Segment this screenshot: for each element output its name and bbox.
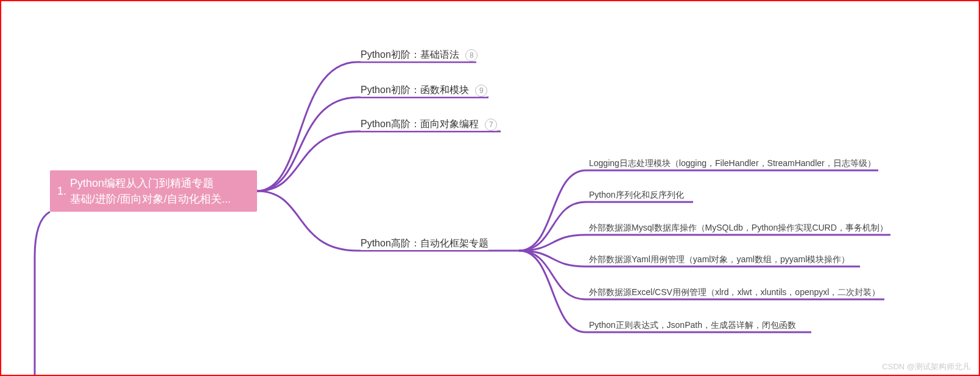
leaf-excel-csv[interactable]: 外部数据源Excel/CSV用例管理（xlrd，xlwt，xluntils，op…	[589, 287, 880, 298]
branch-label: Python高阶：自动化框架专题	[361, 238, 488, 248]
count-badge: 9	[475, 85, 487, 97]
branch-functions-modules[interactable]: Python初阶：函数和模块 9	[361, 84, 487, 97]
count-badge: 8	[465, 49, 478, 61]
root-line1: Python编程从入门到精通专题	[70, 177, 214, 189]
count-badge: 7	[485, 119, 497, 131]
leaf-yaml[interactable]: 外部数据源Yaml用例管理（yaml对象，yaml数组，pyyaml模块操作）	[589, 254, 850, 265]
root-line2: 基础/进阶/面向对象/自动化相关...	[70, 193, 231, 205]
branch-label: Python初阶：基础语法	[361, 49, 459, 60]
leaf-logging[interactable]: Logging日志处理模块（logging，FileHandler，Stream…	[589, 158, 876, 169]
watermark: CSDN @测试架构师北凡	[882, 361, 970, 372]
branch-basic-syntax[interactable]: Python初阶：基础语法 8	[361, 49, 478, 61]
leaf-serialization[interactable]: Python序列化和反序列化	[589, 190, 684, 201]
branch-automation[interactable]: Python高阶：自动化框架专题	[361, 237, 488, 250]
branch-label: Python高阶：面向对象编程	[361, 119, 479, 129]
branch-oop[interactable]: Python高阶：面向对象编程 7	[361, 118, 497, 131]
root-text: Python编程从入门到精通专题 基础/进阶/面向对象/自动化相关...	[70, 175, 231, 207]
branch-label: Python初阶：函数和模块	[361, 85, 469, 95]
mindmap-frame: 1. Python编程从入门到精通专题 基础/进阶/面向对象/自动化相关... …	[0, 0, 980, 376]
root-number: 1.	[57, 183, 66, 199]
leaf-mysql[interactable]: 外部数据源Mysql数据库操作（MySQLdb，Python操作实现CURD，事…	[589, 223, 888, 234]
leaf-regex[interactable]: Python正则表达式，JsonPath，生成器详解，闭包函数	[589, 320, 796, 331]
root-node[interactable]: 1. Python编程从入门到精通专题 基础/进阶/面向对象/自动化相关...	[50, 170, 257, 212]
